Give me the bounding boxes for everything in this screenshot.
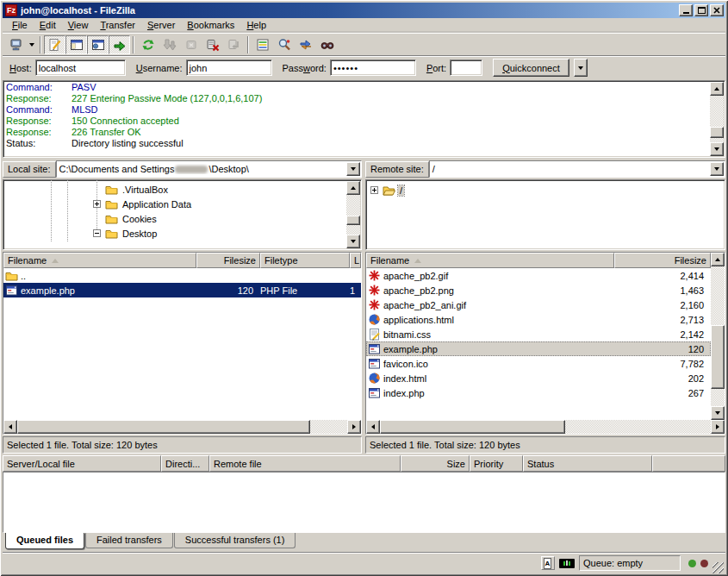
username-input[interactable]: john xyxy=(186,59,272,76)
menu-edit[interactable]: Edit xyxy=(34,19,62,32)
column-header-filetype[interactable]: Filetype xyxy=(260,253,350,268)
scroll-down-button[interactable] xyxy=(710,142,724,156)
scrollbar-thumb[interactable] xyxy=(380,420,565,434)
column-header-filesize[interactable]: Filesize xyxy=(196,253,260,268)
maximize-button[interactable] xyxy=(694,4,708,16)
queue-column-directi-[interactable]: Directi... xyxy=(161,455,209,472)
column-header-filename[interactable]: Filename xyxy=(3,253,196,268)
file-row-favicon-ico[interactable]: favicon.ico7,782 xyxy=(366,356,711,371)
menu-server[interactable]: Server xyxy=(141,19,181,32)
message-log-scrollbar[interactable] xyxy=(710,82,724,156)
scroll-left-button[interactable] xyxy=(3,420,17,434)
directory-comparison-button[interactable] xyxy=(273,35,295,54)
log-type: Command: xyxy=(6,82,72,93)
find-files-button[interactable] xyxy=(316,35,338,54)
tab-successful-transfers-1-[interactable]: Successful transfers (1) xyxy=(174,533,296,548)
queue-column-size[interactable]: Size xyxy=(401,455,470,472)
remote-site-dropdown-button[interactable] xyxy=(710,162,724,176)
local-tree-scrollbar[interactable] xyxy=(346,181,360,248)
tree-item-cookies[interactable]: Cookies xyxy=(93,211,159,226)
resize-grip[interactable] xyxy=(712,562,724,573)
port-input[interactable] xyxy=(450,59,482,76)
scrollbar-thumb[interactable] xyxy=(17,420,310,434)
host-label: Host: xyxy=(9,63,32,73)
scrollbar-thumb[interactable] xyxy=(710,127,724,138)
menu-transfer[interactable]: Transfer xyxy=(94,19,141,32)
file-row-apache-pb2-gif[interactable]: apache_pb2.gif2,414 xyxy=(366,268,711,283)
column-header-filesize[interactable]: Filesize xyxy=(614,253,711,268)
scroll-up-button[interactable] xyxy=(711,253,725,266)
site-manager-dropdown-button[interactable] xyxy=(27,35,37,54)
scroll-up-button[interactable] xyxy=(346,181,360,195)
minimize-button[interactable] xyxy=(679,4,693,16)
file-row--[interactable]: .. xyxy=(3,268,361,283)
scroll-right-button[interactable] xyxy=(711,420,725,434)
tab-queued-files[interactable]: Queued files xyxy=(5,533,84,549)
status-bar: A Queue: empty xyxy=(3,552,725,573)
toggle-message-log-button[interactable] xyxy=(44,35,65,54)
log-type: Command: xyxy=(6,104,72,116)
file-row-applications-html[interactable]: applications.html2,713 xyxy=(366,312,711,327)
tree-item-desktop[interactable]: Desktop xyxy=(93,226,159,241)
remote-pane: Remote site: / / FilenameFilesize apache… xyxy=(365,160,725,454)
tree-expander[interactable] xyxy=(93,229,101,237)
file-row-index-html[interactable]: index.html202 xyxy=(366,371,711,385)
local-site-combo[interactable]: C:\Documents and Settings\Desktop\ xyxy=(56,160,362,178)
remote-site-combo[interactable]: / xyxy=(429,160,725,178)
file-row-index-php[interactable]: index.php267 xyxy=(366,385,711,400)
column-header-filename[interactable]: Filename xyxy=(366,253,614,268)
scroll-left-button[interactable] xyxy=(366,420,380,434)
scroll-down-button[interactable] xyxy=(346,235,360,248)
remote-list-vscrollbar[interactable] xyxy=(711,253,725,420)
close-button[interactable] xyxy=(710,4,724,16)
toggle-remote-tree-button[interactable] xyxy=(87,35,109,54)
log-message: 226 Transfer OK xyxy=(72,127,725,138)
file-row-example-php[interactable]: example.php120PHP File1 xyxy=(3,283,361,297)
menu-view[interactable]: View xyxy=(62,19,95,32)
app-icon[interactable]: Fz xyxy=(5,4,17,16)
queue-column-status[interactable]: Status xyxy=(523,455,652,472)
menu-help[interactable]: Help xyxy=(240,19,272,32)
scrollbar-thumb[interactable] xyxy=(711,325,725,389)
recv-activity-led xyxy=(688,560,696,567)
tree-item-label: / xyxy=(398,185,404,196)
menu-bookmarks[interactable]: Bookmarks xyxy=(181,19,240,32)
toggle-queue-button[interactable] xyxy=(109,35,130,54)
scrollbar-thumb[interactable] xyxy=(346,216,360,225)
filetype-cell xyxy=(260,268,350,283)
quickconnect-button[interactable]: Quickconnect xyxy=(493,59,569,77)
file-row-bitnami-css[interactable]: bitnami.css2,142 xyxy=(366,327,711,341)
tree-expander[interactable] xyxy=(370,186,378,194)
file-row-example-php[interactable]: example.php120 xyxy=(366,341,711,356)
quickconnect-dropdown-button[interactable] xyxy=(574,59,588,77)
scroll-up-button[interactable] xyxy=(710,82,724,96)
tab-failed-transfers[interactable]: Failed transfers xyxy=(85,533,173,548)
refresh-button[interactable] xyxy=(137,35,159,54)
host-input[interactable]: localhost xyxy=(35,59,126,76)
menu-file[interactable]: File xyxy=(6,19,34,32)
toggle-local-tree-button[interactable] xyxy=(65,35,87,54)
file-row-apache-pb2-png[interactable]: apache_pb2.png1,463 xyxy=(366,283,711,297)
remote-list-hscrollbar[interactable] xyxy=(366,420,725,434)
queue-column-server-local-file[interactable]: Server/Local file xyxy=(3,455,161,472)
queue-column-remote-file[interactable]: Remote file xyxy=(209,455,401,472)
titlebar[interactable]: Fz john@localhost - FileZilla xyxy=(3,3,725,18)
disconnect-button[interactable] xyxy=(202,35,223,54)
send-activity-led xyxy=(700,560,708,567)
queue-column-priority[interactable]: Priority xyxy=(470,455,523,472)
file-row-apache-pb2-ani-gif[interactable]: apache_pb2_ani.gif2,160 xyxy=(366,297,711,312)
filename-text: example.php xyxy=(383,344,438,354)
local-list-hscrollbar[interactable] xyxy=(3,420,361,434)
scroll-right-button[interactable] xyxy=(347,420,361,434)
site-manager-button[interactable] xyxy=(5,35,27,54)
tree-item--virtualbox[interactable]: .VirtualBox xyxy=(93,182,170,197)
synchronized-browsing-button[interactable] xyxy=(295,35,316,54)
tree-expander[interactable] xyxy=(93,200,101,208)
filter-button[interactable] xyxy=(252,35,273,54)
column-header-l[interactable]: L xyxy=(350,253,361,268)
tree-item-root[interactable]: / xyxy=(370,183,404,197)
local-site-dropdown-button[interactable] xyxy=(346,162,360,176)
scroll-down-button[interactable] xyxy=(711,406,725,420)
password-input[interactable]: •••••• xyxy=(330,59,416,76)
tree-item-application-data[interactable]: Application Data xyxy=(93,197,193,211)
